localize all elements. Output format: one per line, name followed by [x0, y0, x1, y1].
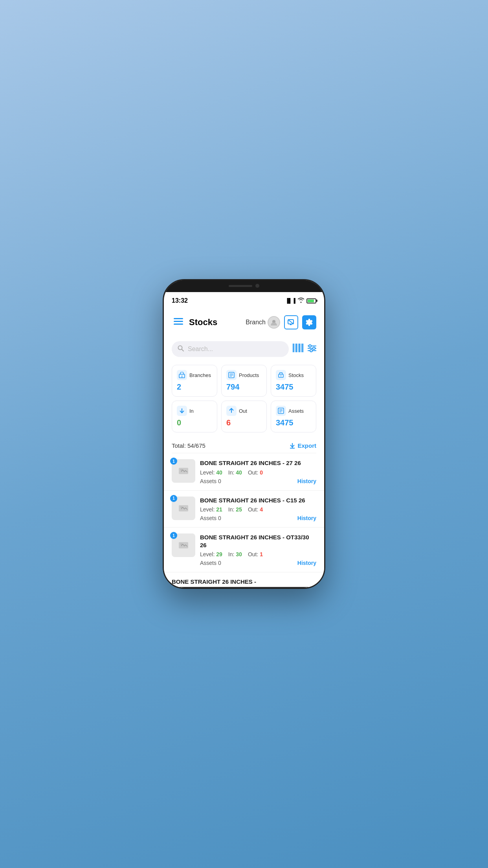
products-value: 794: [226, 383, 262, 392]
products-label: Products: [239, 372, 259, 378]
product-thumbnail-3: 1: [172, 533, 195, 557]
page-title: Stocks: [189, 317, 242, 327]
product-info-3: BONE STRAIGHT 26 INCHES - OT33/30 26 Lev…: [200, 533, 316, 566]
search-icon: [178, 345, 184, 353]
svg-rect-23: [181, 375, 183, 378]
in-label: In: [189, 408, 194, 414]
product-list: 1 BONE STRAIGHT 26 INCHES - 27 26 Level:…: [164, 453, 324, 588]
branch-selector[interactable]: Branch: [246, 316, 280, 329]
out-value-2: 4: [260, 506, 263, 513]
out-value: 6: [226, 418, 262, 427]
stat-card-in[interactable]: In 0: [172, 401, 217, 432]
stat-card-out[interactable]: Out 6: [221, 401, 267, 432]
product-stats-row-3: Level: 29 In: 30 Out: 1: [200, 551, 316, 557]
product-name-1: BONE STRAIGHT 26 INCHES - 27 26: [200, 459, 316, 467]
stat-card-products[interactable]: Products 794: [221, 365, 267, 397]
list-item-partial: BONE STRAIGHT 26 INCHES -: [164, 572, 324, 588]
header: Stocks Branch: [164, 309, 324, 335]
product-name-3: BONE STRAIGHT 26 INCHES - OT33/30 26: [200, 533, 316, 549]
search-container: [164, 335, 324, 363]
product-bottom-2: Assets 0 History: [200, 515, 316, 521]
search-bar: [172, 341, 289, 357]
settings-icon[interactable]: [302, 315, 316, 329]
screen-off-icon[interactable]: [284, 315, 298, 329]
status-icons: ▐▌▐: [285, 298, 316, 304]
svg-rect-10: [295, 344, 295, 352]
product-stats-row-1: Level: 40 In: 40 Out: 0: [200, 469, 316, 476]
product-badge-3: 1: [170, 532, 177, 539]
svg-rect-9: [293, 344, 294, 352]
product-badge-2: 1: [170, 495, 177, 502]
notch-speaker: [229, 285, 252, 287]
svg-rect-11: [296, 344, 297, 352]
menu-icon[interactable]: [172, 315, 185, 329]
svg-line-8: [182, 349, 184, 351]
in-value-1: 40: [236, 469, 242, 476]
list-item: 1 BONE STRAIGHT 26 INCHES - OT33/30 26 L…: [164, 528, 324, 572]
barcode-icon[interactable]: [293, 344, 304, 355]
in-value-3: 30: [236, 551, 242, 557]
wifi-icon: [297, 298, 305, 304]
stocks-label: Stocks: [288, 372, 304, 378]
stat-card-assets[interactable]: Assets 3475: [271, 401, 316, 432]
notch: [215, 280, 273, 291]
history-button-3[interactable]: History: [297, 560, 316, 566]
search-input[interactable]: [188, 346, 283, 353]
total-count: Total: 54/675: [172, 442, 205, 449]
products-icon: [226, 370, 237, 380]
svg-rect-15: [302, 344, 303, 352]
stocks-value: 3475: [276, 383, 311, 392]
svg-point-21: [310, 349, 312, 352]
out-label-3: Out:: [248, 551, 258, 557]
status-time: 13:32: [172, 297, 188, 304]
svg-rect-1: [174, 321, 183, 322]
product-assets-1: Assets 0: [200, 478, 221, 484]
svg-rect-13: [299, 344, 300, 352]
svg-rect-2: [174, 324, 183, 325]
branches-icon: [177, 370, 187, 380]
svg-rect-14: [301, 344, 302, 352]
out-value-3: 1: [260, 551, 263, 557]
out-icon: [226, 406, 237, 416]
product-stats-row-2: Level: 21 In: 25 Out: 4: [200, 506, 316, 513]
product-thumbnail-2: 1: [172, 497, 195, 520]
svg-rect-0: [174, 318, 183, 319]
level-value-2: 21: [216, 506, 222, 513]
list-item: 1 BONE STRAIGHT 26 INCHES - 27 26 Level:…: [164, 453, 324, 491]
history-button-2[interactable]: History: [297, 515, 316, 521]
stat-card-branches[interactable]: Branches 2: [172, 365, 217, 397]
filter-icon[interactable]: [308, 344, 316, 354]
assets-value: 3475: [276, 418, 311, 427]
in-label-1: In:: [228, 469, 235, 476]
level-label-3: Level:: [200, 551, 215, 557]
svg-line-5: [288, 320, 294, 324]
phone-frame: 13:32 ▐▌▐ Stocks: [163, 279, 325, 589]
in-label-3: In:: [228, 551, 235, 557]
svg-rect-12: [298, 344, 299, 352]
totals-bar: Total: 54/675 Export: [164, 438, 324, 453]
export-label: Export: [297, 442, 316, 449]
branches-label: Branches: [189, 372, 211, 378]
level-label-2: Level:: [200, 506, 215, 513]
out-value-1: 0: [260, 469, 263, 476]
history-button-1[interactable]: History: [297, 478, 316, 484]
product-info-2: BONE STRAIGHT 26 INCHES - C15 26 Level: …: [200, 497, 316, 522]
svg-point-19: [309, 345, 311, 347]
phone-top: [164, 280, 324, 292]
out-label: Out: [239, 408, 247, 414]
in-label-2: In:: [228, 506, 235, 513]
product-assets-2: Assets 0: [200, 515, 221, 521]
level-label-1: Level:: [200, 469, 215, 476]
stat-card-stocks[interactable]: Stocks 3475: [271, 365, 316, 397]
in-value: 0: [177, 418, 212, 427]
product-badge-1: 1: [170, 458, 177, 465]
notch-camera: [255, 284, 259, 288]
in-icon: [177, 406, 187, 416]
product-info-1: BONE STRAIGHT 26 INCHES - 27 26 Level: 4…: [200, 459, 316, 484]
svg-point-44: [180, 543, 182, 545]
export-button[interactable]: Export: [289, 442, 316, 449]
product-assets-3: Assets 0: [200, 560, 221, 566]
level-value-3: 29: [216, 551, 222, 557]
stats-grid: Branches 2 Products: [164, 363, 324, 438]
partial-product-name: BONE STRAIGHT 26 INCHES -: [172, 578, 256, 585]
